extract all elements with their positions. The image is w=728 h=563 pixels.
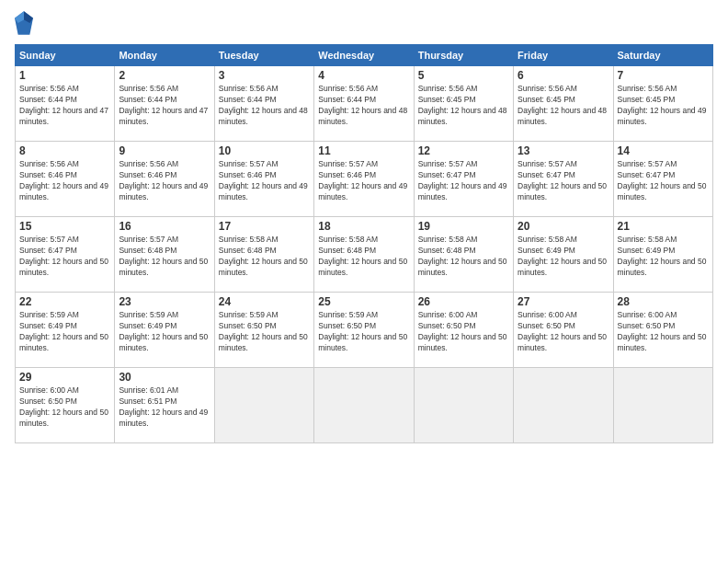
calendar-cell [314,368,414,443]
day-number: 24 [219,295,310,308]
calendar-cell: 29Sunrise: 6:00 AMSunset: 6:50 PMDayligh… [16,368,115,443]
day-number: 25 [318,295,409,308]
calendar-week-3: 15Sunrise: 5:57 AMSunset: 6:47 PMDayligh… [16,217,713,293]
day-number: 30 [119,371,210,384]
calendar-cell: 21Sunrise: 5:58 AMSunset: 6:49 PMDayligh… [613,217,712,293]
calendar-cell: 17Sunrise: 5:58 AMSunset: 6:48 PMDayligh… [214,217,313,293]
day-number: 12 [418,144,509,157]
calendar-cell: 12Sunrise: 5:57 AMSunset: 6:47 PMDayligh… [414,142,513,217]
weekday-header-row: SundayMondayTuesdayWednesdayThursdayFrid… [16,45,713,66]
calendar-week-1: 1Sunrise: 5:56 AMSunset: 6:44 PMDaylight… [16,66,713,142]
calendar-cell: 23Sunrise: 5:59 AMSunset: 6:49 PMDayligh… [115,293,214,368]
calendar-cell: 25Sunrise: 5:59 AMSunset: 6:50 PMDayligh… [314,293,414,368]
weekday-header-wednesday: Wednesday [314,45,414,66]
calendar-cell: 7Sunrise: 5:56 AMSunset: 6:45 PMDaylight… [613,66,712,142]
calendar-cell: 27Sunrise: 6:00 AMSunset: 6:50 PMDayligh… [514,293,613,368]
day-info: Sunrise: 5:56 AMSunset: 6:44 PMDaylight:… [119,84,210,128]
day-info: Sunrise: 5:59 AMSunset: 6:50 PMDaylight:… [318,310,409,354]
day-info: Sunrise: 5:58 AMSunset: 6:48 PMDaylight:… [318,235,409,279]
day-info: Sunrise: 6:00 AMSunset: 6:50 PMDaylight:… [518,310,609,354]
calendar-cell: 11Sunrise: 5:57 AMSunset: 6:46 PMDayligh… [314,142,414,217]
day-number: 17 [219,220,310,233]
day-info: Sunrise: 5:56 AMSunset: 6:44 PMDaylight:… [219,84,310,128]
day-info: Sunrise: 5:59 AMSunset: 6:50 PMDaylight:… [219,310,310,354]
calendar-cell: 2Sunrise: 5:56 AMSunset: 6:44 PMDaylight… [115,66,214,142]
calendar-cell: 19Sunrise: 5:58 AMSunset: 6:48 PMDayligh… [414,217,513,293]
calendar-cell: 16Sunrise: 5:57 AMSunset: 6:48 PMDayligh… [115,217,214,293]
day-number: 15 [19,220,110,233]
weekday-header-sunday: Sunday [16,45,115,66]
day-number: 16 [119,220,210,233]
day-number: 11 [318,144,409,157]
day-info: Sunrise: 5:57 AMSunset: 6:47 PMDaylight:… [518,159,609,203]
calendar-cell: 4Sunrise: 5:56 AMSunset: 6:44 PMDaylight… [314,66,414,142]
day-info: Sunrise: 5:58 AMSunset: 6:49 PMDaylight:… [618,235,709,279]
day-info: Sunrise: 5:56 AMSunset: 6:45 PMDaylight:… [418,84,509,128]
day-info: Sunrise: 5:56 AMSunset: 6:46 PMDaylight:… [119,159,210,203]
day-info: Sunrise: 5:57 AMSunset: 6:46 PMDaylight:… [219,159,310,203]
day-number: 2 [119,69,210,82]
calendar-week-2: 8Sunrise: 5:56 AMSunset: 6:46 PMDaylight… [16,142,713,217]
day-number: 29 [19,371,110,384]
day-info: Sunrise: 6:01 AMSunset: 6:51 PMDaylight:… [119,385,210,430]
calendar-cell: 20Sunrise: 5:58 AMSunset: 6:49 PMDayligh… [514,217,613,293]
day-number: 19 [418,220,509,233]
calendar-week-5: 29Sunrise: 6:00 AMSunset: 6:50 PMDayligh… [16,368,713,443]
day-info: Sunrise: 5:57 AMSunset: 6:47 PMDaylight:… [618,159,709,203]
day-number: 9 [119,144,210,157]
day-number: 1 [19,69,110,82]
calendar-cell: 30Sunrise: 6:01 AMSunset: 6:51 PMDayligh… [115,368,214,443]
page: SundayMondayTuesdayWednesdayThursdayFrid… [0,0,728,563]
calendar-cell: 18Sunrise: 5:58 AMSunset: 6:48 PMDayligh… [314,217,414,293]
logo-icon [15,11,33,37]
day-number: 4 [318,69,409,82]
calendar-cell: 8Sunrise: 5:56 AMSunset: 6:46 PMDaylight… [16,142,115,217]
calendar-cell: 9Sunrise: 5:56 AMSunset: 6:46 PMDaylight… [115,142,214,217]
calendar-cell [514,368,613,443]
day-number: 6 [518,69,609,82]
calendar-cell: 28Sunrise: 6:00 AMSunset: 6:50 PMDayligh… [613,293,712,368]
day-number: 3 [219,69,310,82]
weekday-header-monday: Monday [115,45,214,66]
day-number: 26 [418,295,509,308]
calendar-cell: 14Sunrise: 5:57 AMSunset: 6:47 PMDayligh… [613,142,712,217]
day-number: 27 [518,295,609,308]
header [15,11,713,37]
day-number: 18 [318,220,409,233]
logo [15,11,37,37]
calendar-cell [414,368,513,443]
day-info: Sunrise: 5:58 AMSunset: 6:49 PMDaylight:… [518,235,609,279]
day-number: 7 [618,69,709,82]
calendar-cell: 10Sunrise: 5:57 AMSunset: 6:46 PMDayligh… [214,142,313,217]
day-info: Sunrise: 5:56 AMSunset: 6:44 PMDaylight:… [19,84,110,128]
day-number: 8 [19,144,110,157]
calendar-cell: 13Sunrise: 5:57 AMSunset: 6:47 PMDayligh… [514,142,613,217]
calendar: SundayMondayTuesdayWednesdayThursdayFrid… [15,44,713,443]
day-number: 14 [618,144,709,157]
day-info: Sunrise: 5:57 AMSunset: 6:47 PMDaylight:… [418,159,509,203]
day-number: 13 [518,144,609,157]
day-number: 10 [219,144,310,157]
day-info: Sunrise: 5:56 AMSunset: 6:44 PMDaylight:… [318,84,409,128]
weekday-header-thursday: Thursday [414,45,513,66]
calendar-cell: 24Sunrise: 5:59 AMSunset: 6:50 PMDayligh… [214,293,313,368]
day-number: 23 [119,295,210,308]
calendar-cell [214,368,313,443]
day-number: 22 [19,295,110,308]
day-info: Sunrise: 5:57 AMSunset: 6:47 PMDaylight:… [19,235,110,279]
day-info: Sunrise: 5:58 AMSunset: 6:48 PMDaylight:… [418,235,509,279]
day-info: Sunrise: 6:00 AMSunset: 6:50 PMDaylight:… [618,310,709,354]
calendar-cell: 26Sunrise: 6:00 AMSunset: 6:50 PMDayligh… [414,293,513,368]
day-info: Sunrise: 5:56 AMSunset: 6:46 PMDaylight:… [19,159,110,203]
day-number: 5 [418,69,509,82]
day-number: 20 [518,220,609,233]
day-info: Sunrise: 5:57 AMSunset: 6:46 PMDaylight:… [318,159,409,203]
day-info: Sunrise: 5:59 AMSunset: 6:49 PMDaylight:… [119,310,210,354]
weekday-header-saturday: Saturday [613,45,712,66]
calendar-cell: 3Sunrise: 5:56 AMSunset: 6:44 PMDaylight… [214,66,313,142]
weekday-header-tuesday: Tuesday [214,45,313,66]
day-number: 28 [618,295,709,308]
day-info: Sunrise: 6:00 AMSunset: 6:50 PMDaylight:… [418,310,509,354]
day-number: 21 [618,220,709,233]
day-info: Sunrise: 6:00 AMSunset: 6:50 PMDaylight:… [19,385,110,430]
